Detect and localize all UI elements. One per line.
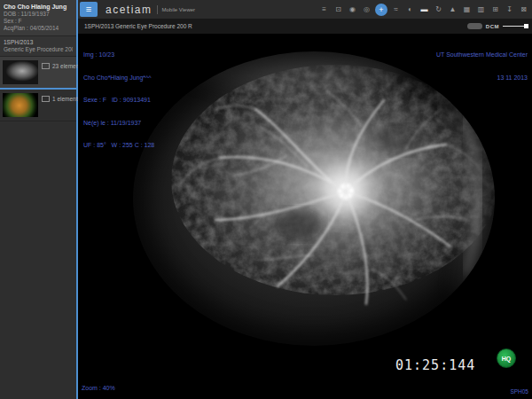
export-icon[interactable]: ⊞ — [489, 4, 501, 15]
product-name: Mobile Viewer — [162, 7, 196, 12]
overlay-birth-date: Né(e) le : 11/19/1937 — [83, 120, 154, 128]
series-item-color-fundus[interactable]: 1 element — [0, 90, 76, 121]
tab-bar-controls: DCM — [467, 23, 528, 29]
hq-quality-badge[interactable]: HQ — [497, 348, 516, 368]
overlay-sex-id: Sexe : F ID : 90913491 — [83, 97, 154, 105]
patient-name: Cho Cho Hlaing Jung — [4, 3, 73, 11]
zoom-slider-handle[interactable] — [524, 24, 528, 28]
logo-divider — [157, 5, 158, 14]
fit-screen-icon[interactable]: ⊡ — [332, 4, 344, 15]
series-item-angiography[interactable]: 23 elements — [0, 57, 76, 90]
dcm-label: DCM — [486, 24, 499, 29]
image-viewport[interactable]: Img : 10/23 Cho Cho*Hlaing Jung*^^ Sexe … — [78, 34, 532, 399]
contrast-icon[interactable]: ◐ — [404, 4, 416, 15]
patient-sex: Sex : F — [4, 18, 73, 25]
study-tab-bar: 1SPH/2013 Generic Eye Procedure 200 R DC… — [78, 19, 532, 34]
series-label-row: 1 element — [42, 96, 78, 102]
close-study-icon[interactable]: ⊠ — [518, 4, 529, 15]
study-description: Generic Eye Procedure 200 R — [4, 46, 73, 53]
layout-rows-icon[interactable]: ▥ — [475, 4, 487, 15]
elements-stack-icon — [42, 63, 50, 69]
series-list-icon[interactable]: ≡ — [318, 4, 330, 15]
dicom-overlay-bottom-right: SPH05 200Tc — [510, 375, 528, 399]
mobile-viewer-app: Cho Cho Hlaing Jung DOB : 11/19/1937 Sex… — [0, 0, 532, 399]
overlay-window-settings: UF : 85° W : 255 C : 128 — [83, 142, 154, 150]
acetiam-logo: acetiam — [106, 4, 153, 16]
layout-grid-icon[interactable]: ▦ — [461, 4, 473, 15]
series-thumbnail-color-fundus[interactable] — [3, 93, 38, 117]
zoom-slider[interactable] — [503, 23, 528, 29]
overlay-institution: UT Southwestern Medical Center — [436, 51, 528, 59]
zoom-level-overlay: Zoom : 40% — [82, 385, 115, 393]
overlay-image-index: Img : 10/23 — [83, 51, 154, 59]
dcm-toggle[interactable] — [467, 23, 482, 29]
rotate-icon[interactable]: ↻ — [433, 4, 444, 15]
annotation-icon[interactable]: ▲ — [447, 4, 458, 15]
pan-tool-icon[interactable]: + — [375, 4, 387, 16]
patient-acq-date: AcqPlan : 04/05/2014 — [4, 25, 73, 32]
hq-badge-label: HQ — [502, 356, 512, 362]
hamburger-menu-button[interactable]: ≡ — [80, 2, 98, 17]
top-toolbar: ≡ acetiam Mobile Viewer ≡ ⊡ ◉ ◎ + ≈ ◐ ▬ … — [78, 0, 532, 19]
overlay-study-date: 13 11 2013 — [436, 74, 528, 82]
download-icon[interactable]: ↧ — [504, 4, 515, 15]
patient-dob: DOB : 11/19/1937 — [4, 11, 73, 18]
series-list: 23 elements 1 element — [0, 57, 76, 121]
shutter-icon[interactable]: ▬ — [419, 4, 430, 15]
dicom-overlay-top-right: UT Southwestern Medical Center 13 11 201… — [436, 36, 528, 97]
overlay-series-code: SPH05 — [510, 388, 528, 395]
series-thumbnail-angiography[interactable] — [3, 60, 38, 84]
patient-info-panel: Cho Cho Hlaing Jung DOB : 11/19/1937 Sex… — [0, 0, 76, 35]
study-info-panel: 1SPH/2013 Generic Eye Procedure 200 R — [0, 35, 76, 57]
magnifier-icon[interactable]: ◎ — [361, 4, 372, 15]
windowing-icon[interactable]: ≈ — [390, 4, 402, 15]
overlay-patient-name: Cho Cho*Hlaing Jung*^^ — [83, 74, 154, 82]
zoom-tool-icon[interactable]: ◉ — [347, 4, 358, 15]
dicom-overlay-top-left: Img : 10/23 Cho Cho*Hlaing Jung*^^ Sexe … — [83, 36, 154, 165]
angiography-timer: 01:25:144 — [395, 357, 475, 373]
study-sidebar: Cho Cho Hlaing Jung DOB : 11/19/1937 Sex… — [0, 0, 78, 399]
hamburger-icon: ≡ — [86, 2, 91, 17]
series-element-count: 1 element — [52, 96, 78, 102]
study-tab[interactable]: 1SPH/2013 Generic Eye Procedure 200 R — [84, 23, 192, 29]
tool-button-row: ≡ ⊡ ◉ ◎ + ≈ ◐ ▬ ↻ ▲ ▦ ▥ ⊞ ↧ ⊠ — [318, 4, 529, 16]
elements-stack-icon — [42, 96, 50, 102]
study-id: 1SPH/2013 — [4, 39, 73, 46]
